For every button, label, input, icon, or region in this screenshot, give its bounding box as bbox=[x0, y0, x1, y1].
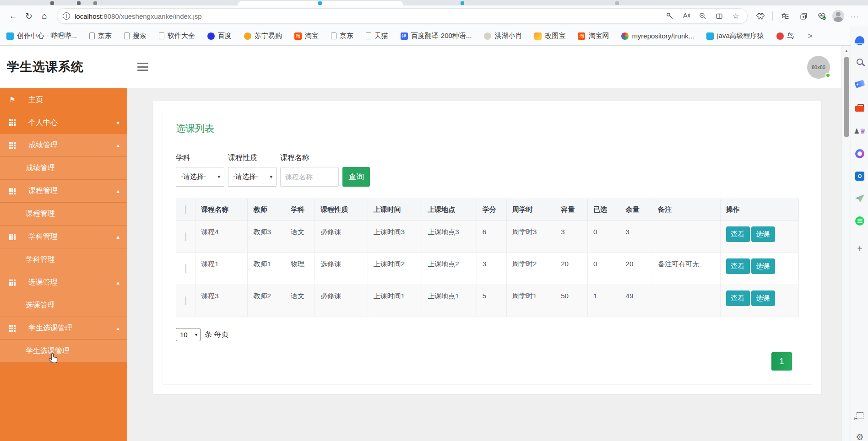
shopping-tag-icon[interactable] bbox=[851, 77, 868, 91]
choose-course-button[interactable]: 选课 bbox=[751, 290, 775, 306]
view-button[interactable]: 查看 bbox=[726, 226, 750, 242]
chevron-up-icon: ▴ bbox=[116, 188, 119, 194]
favorites-bar-icon[interactable] bbox=[777, 8, 793, 24]
outlook-icon[interactable]: O bbox=[851, 169, 868, 183]
col-header: 课程性质 bbox=[315, 199, 368, 221]
bookmark-item[interactable]: 京东 bbox=[331, 32, 353, 40]
sidebar-item-subject-mgmt[interactable]: 学科管理 bbox=[0, 248, 127, 271]
course-name-input[interactable] bbox=[280, 167, 339, 187]
back-icon[interactable]: ← bbox=[5, 8, 21, 24]
bookmark-item[interactable]: 京东 bbox=[89, 32, 112, 40]
choose-course-button[interactable]: 选课 bbox=[751, 258, 775, 274]
extensions-icon[interactable] bbox=[752, 8, 768, 24]
browser-tab-strip bbox=[0, 0, 868, 5]
sidebar-item-personal-center[interactable]: 个人中心 ▾ bbox=[0, 111, 127, 134]
bookmark-item[interactable]: 鸟 bbox=[776, 32, 794, 40]
page-icon bbox=[159, 32, 164, 39]
tab-favicon-fragment bbox=[318, 1, 322, 5]
per-page-control: 10 ▾ 条 每页 bbox=[176, 328, 799, 341]
row-checkbox[interactable] bbox=[185, 296, 186, 305]
spotify-icon[interactable] bbox=[851, 214, 868, 228]
bookmark-item[interactable]: 百度 bbox=[207, 32, 232, 40]
bookmarks-overflow-chevron[interactable]: > bbox=[808, 32, 813, 41]
name-filter-label: 课程名称 bbox=[280, 153, 339, 163]
drop-plane-icon[interactable] bbox=[851, 192, 868, 205]
password-key-icon[interactable] bbox=[664, 10, 676, 22]
split-screen-icon[interactable] bbox=[713, 10, 725, 22]
sidebar-item-home[interactable]: ⚑ 主页 bbox=[0, 88, 127, 111]
chevron-up-icon: ▴ bbox=[116, 142, 119, 149]
collections-icon[interactable] bbox=[796, 8, 811, 24]
sidebar-group-student-selection-mgmt[interactable]: 学生选课管理 ▴ bbox=[0, 317, 127, 340]
bookmark-item[interactable]: myrepository/trunk... bbox=[621, 32, 694, 40]
browser-essentials-icon[interactable] bbox=[814, 8, 830, 24]
scrollbar-thumb[interactable] bbox=[844, 57, 849, 137]
home-icon[interactable]: ⌂ bbox=[37, 8, 52, 24]
bookmark-item[interactable]: 译百度翻译-200种语... bbox=[401, 32, 472, 40]
sidebar-group-score-mgmt[interactable]: 成绩管理 ▴ bbox=[0, 134, 127, 157]
bookmark-item[interactable]: 苏宁易购 bbox=[244, 32, 282, 40]
sidebar-group-selection-mgmt[interactable]: 选课管理 ▴ bbox=[0, 271, 127, 294]
favorite-star-icon[interactable]: ☆ bbox=[730, 10, 742, 22]
hamburger-menu-icon[interactable] bbox=[137, 63, 148, 71]
sidebar-group-course-mgmt[interactable]: 课程管理 ▴ bbox=[0, 180, 127, 203]
filter-bar: 学科 -请选择- ▾ 课程性质 -请选择- ▾ bbox=[176, 153, 799, 187]
bookmark-item[interactable]: 改图宝 bbox=[534, 32, 565, 40]
zoom-out-icon[interactable] bbox=[697, 10, 709, 22]
bookmark-item[interactable]: 创作中心 - 哔哩哔... bbox=[6, 32, 77, 40]
profile-avatar-icon[interactable] bbox=[832, 10, 844, 22]
tab-favicon-fragment bbox=[77, 1, 81, 5]
toolbar-divider bbox=[772, 11, 773, 21]
edge-sidebar-rail: ♟♛ O + ✂ ⚙ bbox=[851, 27, 868, 441]
row-checkbox[interactable] bbox=[185, 232, 186, 241]
sidebar-group-subject-mgmt[interactable]: 学科管理 ▴ bbox=[0, 226, 127, 248]
view-button[interactable]: 查看 bbox=[726, 290, 750, 306]
nature-filter-label: 课程性质 bbox=[228, 153, 277, 163]
bookmark-item[interactable]: 天猫 bbox=[366, 32, 388, 40]
table-header-row: 课程名称 教师 学科 课程性质 上课时间 上课地点 学分 周学时 容量 已选 余 bbox=[176, 199, 799, 221]
col-header: 上课时间 bbox=[368, 199, 422, 221]
url-text[interactable]: localhost:8080/xueshengxuanke/index.jsp bbox=[75, 12, 659, 20]
scroll-up-arrow[interactable]: ▲ bbox=[842, 48, 851, 53]
bookmark-item[interactable]: 淘淘宝 bbox=[294, 32, 319, 40]
bookmark-item[interactable]: 洪湖小肖 bbox=[484, 32, 522, 40]
select-all-checkbox[interactable] bbox=[185, 205, 186, 214]
page-info-icon[interactable]: i bbox=[63, 12, 70, 20]
copilot-bell-icon[interactable] bbox=[851, 33, 868, 47]
bookmark-item[interactable]: 软件大全 bbox=[159, 32, 195, 40]
read-aloud-icon[interactable] bbox=[680, 10, 692, 22]
view-button[interactable]: 查看 bbox=[726, 258, 750, 274]
add-icon[interactable]: + bbox=[851, 242, 868, 255]
microsoft-365-icon[interactable] bbox=[851, 147, 868, 161]
settings-menu-icon[interactable]: ··· bbox=[847, 8, 863, 24]
search-button[interactable]: 查询 bbox=[342, 167, 370, 187]
games-icon[interactable]: ♟♛ bbox=[851, 124, 868, 138]
toolbox-icon[interactable] bbox=[851, 102, 868, 115]
bilibili-icon bbox=[706, 32, 714, 40]
course-nature-select[interactable]: -请选择- ▾ bbox=[228, 167, 277, 187]
address-bar[interactable]: i localhost:8080/xueshengxuanke/index.js… bbox=[57, 8, 748, 24]
sidebar-item-score-mgmt[interactable]: 成绩管理 bbox=[0, 157, 127, 180]
bookmark-item[interactable]: java高级程序猿 bbox=[706, 32, 764, 40]
avatar[interactable]: 80x80 bbox=[807, 56, 830, 79]
screenshot-icon[interactable]: ✂ bbox=[851, 409, 868, 422]
row-checkbox[interactable] bbox=[185, 264, 186, 273]
choose-course-button[interactable]: 选课 bbox=[751, 226, 775, 242]
page-1-button[interactable]: 1 bbox=[771, 352, 792, 371]
col-header: 操作 bbox=[720, 199, 798, 221]
chevron-up-icon: ▴ bbox=[116, 233, 119, 240]
app-header: 学生选课系统 80x80 bbox=[0, 46, 841, 88]
sidebar-item-student-selection-mgmt[interactable]: 学生选课管理 bbox=[0, 340, 127, 363]
settings-gear-icon[interactable]: ⚙ bbox=[851, 430, 868, 441]
taobao-icon: 淘 bbox=[294, 32, 302, 40]
tab-favicon-fragment bbox=[461, 1, 464, 5]
bookmark-item[interactable]: 淘淘宝网 bbox=[578, 32, 609, 40]
scrollbar[interactable]: ▲ bbox=[841, 46, 851, 441]
refresh-icon[interactable]: ↻ bbox=[21, 8, 37, 24]
per-page-select[interactable]: 10 ▾ bbox=[176, 328, 201, 341]
sidebar-item-course-mgmt[interactable]: 课程管理 bbox=[0, 203, 127, 226]
search-icon[interactable] bbox=[851, 55, 868, 69]
sidebar-item-selection-mgmt[interactable]: 选课管理 bbox=[0, 294, 127, 317]
subject-select[interactable]: -请选择- ▾ bbox=[176, 167, 224, 187]
bookmark-item[interactable]: 搜索 bbox=[124, 32, 146, 40]
